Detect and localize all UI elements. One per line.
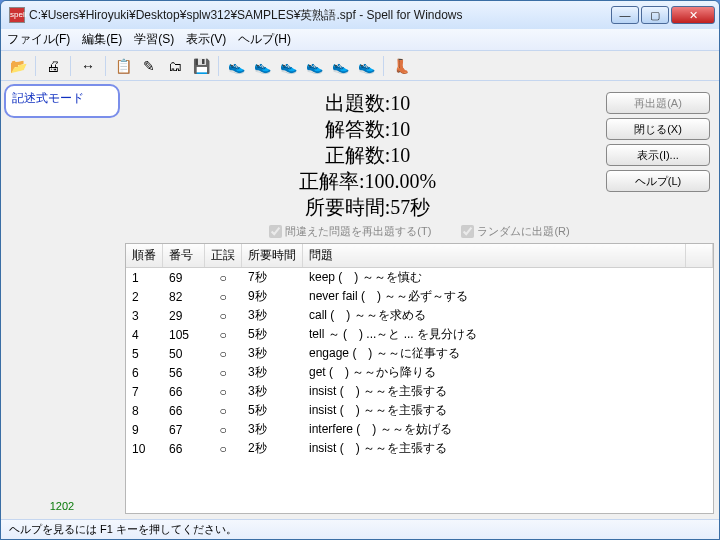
app-window: spell C:¥Users¥Hiroyuki¥Desktop¥splw312¥… <box>0 0 720 540</box>
summary-time-value: 57秒 <box>390 196 430 218</box>
summary-questions-label: 出題数: <box>325 92 391 114</box>
summary-correct-value: 10 <box>390 144 410 166</box>
col-ok[interactable]: 正誤 <box>205 244 242 268</box>
summary-answered-value: 10 <box>390 118 410 140</box>
table-row[interactable]: 550○3秒engage ( ) ～～に従事する <box>126 344 713 363</box>
random-input <box>461 225 474 238</box>
reissue-button[interactable]: 再出題(A) <box>606 92 710 114</box>
summary: 出題数:10 解答数:10 正解数:10 正解率:100.00% 所要時間:57… <box>129 90 606 220</box>
toolbar: 📂 🖨 ↔ 📋 ✎ 🗂 💾 👟 👟 👟 👟 👟 👟 👢 <box>1 51 719 81</box>
col-num[interactable]: 番号 <box>163 244 205 268</box>
shoe6-icon[interactable]: 👟 <box>355 55 377 77</box>
results-table-wrap[interactable]: 順番 番号 正誤 所要時間 問題 169○7秒keep ( ) ～～を慎む282… <box>125 243 714 514</box>
close-button[interactable]: ✕ <box>671 6 715 24</box>
close-results-button[interactable]: 閉じる(X) <box>606 118 710 140</box>
shoe3-icon[interactable]: 👟 <box>277 55 299 77</box>
table-row[interactable]: 4105○5秒tell ～ ( ) ...～と ... を見分ける <box>126 325 713 344</box>
table-row[interactable]: 169○7秒keep ( ) ～～を慎む <box>126 268 713 288</box>
table-row[interactable]: 766○3秒insist ( ) ～～を主張する <box>126 382 713 401</box>
help-button[interactable]: ヘルプ(L) <box>606 170 710 192</box>
summary-time-label: 所要時間: <box>305 196 391 218</box>
col-blank[interactable] <box>685 244 712 268</box>
cards-icon[interactable]: 🗂 <box>164 55 186 77</box>
summary-questions-value: 10 <box>390 92 410 114</box>
col-seq[interactable]: 順番 <box>126 244 163 268</box>
titlebar: spell C:¥Users¥Hiroyuki¥Desktop¥splw312¥… <box>1 1 719 29</box>
menu-view[interactable]: 表示(V) <box>186 31 226 48</box>
summary-rate-value: 100.00% <box>364 170 436 192</box>
reissue-wrong-input <box>269 225 282 238</box>
edit-icon[interactable]: ✎ <box>138 55 160 77</box>
summary-answered-label: 解答数: <box>325 118 391 140</box>
menu-help[interactable]: ヘルプ(H) <box>238 31 291 48</box>
results-table: 順番 番号 正誤 所要時間 問題 169○7秒keep ( ) ～～を慎む282… <box>126 244 713 458</box>
app-icon: spell <box>9 7 25 23</box>
side-panel: 記述式モード 1202 <box>4 84 120 516</box>
summary-correct-label: 正解数: <box>325 144 391 166</box>
menu-study[interactable]: 学習(S) <box>134 31 174 48</box>
shoe4-icon[interactable]: 👟 <box>303 55 325 77</box>
boot-icon[interactable]: 👢 <box>390 55 412 77</box>
shoe5-icon[interactable]: 👟 <box>329 55 351 77</box>
menubar: ファイル(F) 編集(E) 学習(S) 表示(V) ヘルプ(H) <box>1 29 719 51</box>
menu-file[interactable]: ファイル(F) <box>7 31 70 48</box>
table-row[interactable]: 866○5秒insist ( ) ～～を主張する <box>126 401 713 420</box>
window-title: C:¥Users¥Hiroyuki¥Desktop¥splw312¥SAMPLE… <box>29 7 611 24</box>
table-row[interactable]: 1066○2秒insist ( ) ～～を主張する <box>126 439 713 458</box>
side-counter: 1202 <box>4 498 120 516</box>
shoe1-icon[interactable]: 👟 <box>225 55 247 77</box>
table-row[interactable]: 967○3秒interfere ( ) ～～を妨げる <box>126 420 713 439</box>
minimize-button[interactable]: — <box>611 6 639 24</box>
save-icon[interactable]: 💾 <box>190 55 212 77</box>
exam-icon[interactable]: 📋 <box>112 55 134 77</box>
table-row[interactable]: 656○3秒get ( ) ～～から降りる <box>126 363 713 382</box>
open-icon[interactable]: 📂 <box>7 55 29 77</box>
statusbar: ヘルプを見るには F1 キーを押してください。 <box>1 519 719 539</box>
reissue-wrong-checkbox: 間違えた問題を再出題する(T) <box>269 224 431 239</box>
table-row[interactable]: 329○3秒call ( ) ～～を求める <box>126 306 713 325</box>
shoe2-icon[interactable]: 👟 <box>251 55 273 77</box>
col-time[interactable]: 所要時間 <box>242 244 303 268</box>
display-button[interactable]: 表示(I)... <box>606 144 710 166</box>
maximize-button[interactable]: ▢ <box>641 6 669 24</box>
hsize-icon[interactable]: ↔ <box>77 55 99 77</box>
random-checkbox: ランダムに出題(R) <box>461 224 569 239</box>
summary-rate-label: 正解率: <box>299 170 365 192</box>
table-row[interactable]: 282○9秒never fail ( ) ～～必ず～する <box>126 287 713 306</box>
print-icon[interactable]: 🖨 <box>42 55 64 77</box>
menu-edit[interactable]: 編集(E) <box>82 31 122 48</box>
mode-label: 記述式モード <box>4 84 120 118</box>
col-q[interactable]: 問題 <box>303 244 686 268</box>
